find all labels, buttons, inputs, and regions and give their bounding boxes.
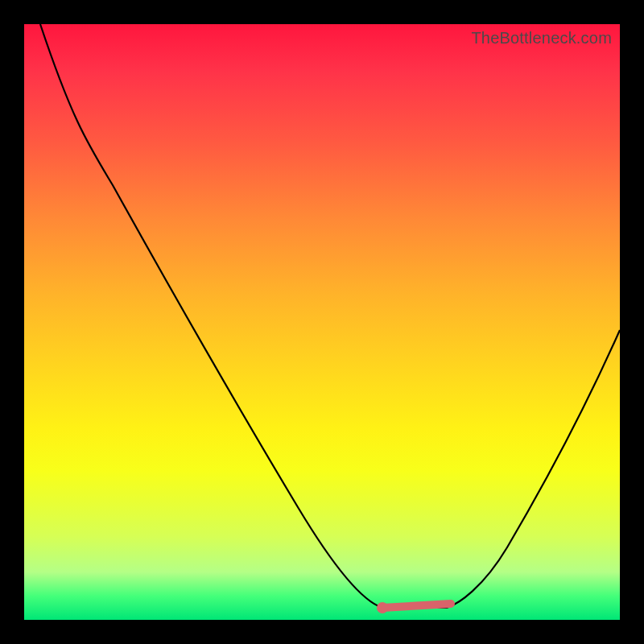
data-line [40, 24, 620, 608]
chart-frame: TheBottleneck.com [0, 0, 644, 644]
chart-curve [24, 24, 620, 620]
chart-plot-area: TheBottleneck.com [24, 24, 620, 620]
highlight-start-dot [377, 602, 388, 613]
highlight-segment [382, 604, 451, 608]
